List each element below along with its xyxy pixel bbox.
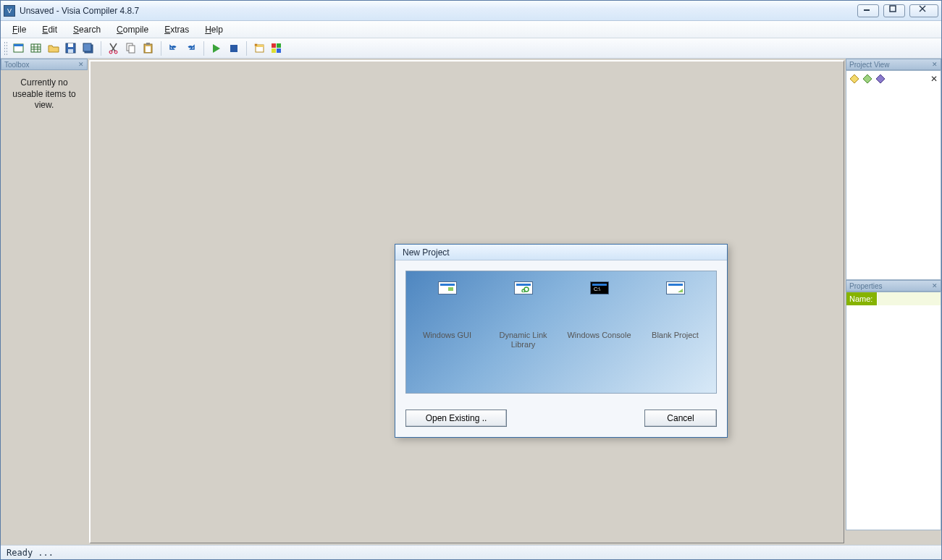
- save-all-button[interactable]: [80, 41, 96, 56]
- client-area: Toolbox ✕ Currently no useable items to …: [1, 59, 941, 545]
- window-title: Unsaved - Visia Compiler 4.8.7: [20, 6, 139, 16]
- menu-edit[interactable]: Edit: [35, 23, 64, 36]
- template-blank[interactable]: Blank Project: [639, 280, 712, 384]
- maximize-icon: [888, 5, 900, 17]
- menu-search-label: earch: [79, 25, 101, 35]
- svg-rect-41: [592, 284, 607, 286]
- menu-search[interactable]: Search: [66, 23, 108, 36]
- pv-item-icon[interactable]: [862, 74, 872, 84]
- play-icon: [211, 43, 222, 54]
- svg-marker-25: [213, 44, 220, 53]
- paste-icon: [143, 43, 154, 54]
- copy-icon: [125, 43, 137, 54]
- svg-rect-26: [230, 45, 237, 52]
- new-window-button[interactable]: ✶: [251, 41, 267, 56]
- projectview-title: Project View: [849, 61, 889, 69]
- svg-rect-5: [14, 44, 23, 46]
- svg-rect-30: [272, 43, 276, 48]
- template-dll[interactable]: Dynamic Link Library: [487, 280, 560, 384]
- run-button[interactable]: [209, 41, 224, 56]
- svg-rect-38: [516, 284, 531, 286]
- new-grid-icon: [30, 43, 42, 54]
- svg-text:C:\: C:\: [594, 287, 600, 292]
- properties-title: Properties: [849, 282, 883, 290]
- close-button[interactable]: [909, 4, 938, 17]
- save-all-icon: [83, 43, 94, 54]
- dialog-body: Windows GUI Dynamic Link Library C:\ Win…: [395, 260, 727, 401]
- cut-button[interactable]: [106, 41, 122, 56]
- minimize-button[interactable]: [857, 4, 879, 17]
- right-column: Project View ✕ ✕ Properties ✕ Name:: [846, 59, 941, 545]
- new-grid-button[interactable]: [28, 41, 44, 56]
- pv-item-icon[interactable]: [875, 74, 886, 84]
- dll-icon: [514, 281, 533, 294]
- new-project-dialog: New Project Windows GUI Dynamic Link Lib…: [395, 244, 728, 438]
- svg-rect-12: [68, 43, 73, 47]
- stop-icon: [228, 43, 240, 54]
- menu-edit-label: dit: [48, 25, 57, 35]
- paste-button[interactable]: [140, 41, 156, 56]
- property-name-value[interactable]: [877, 292, 941, 305]
- svg-text:✶: ✶: [253, 43, 258, 48]
- maximize-button[interactable]: [883, 4, 905, 17]
- properties-body: Name:: [846, 292, 941, 530]
- new-window-icon: ✶: [253, 43, 265, 54]
- cancel-button[interactable]: Cancel: [644, 410, 717, 427]
- copy-button[interactable]: [123, 41, 139, 56]
- palette-button[interactable]: [269, 41, 285, 56]
- save-button[interactable]: [63, 41, 79, 56]
- dialog-buttons: Open Existing .. Cancel: [395, 401, 727, 437]
- template-windows-gui[interactable]: Windows GUI: [411, 280, 484, 384]
- template-label: Windows Console: [567, 331, 631, 340]
- template-console[interactable]: C:\ Windows Console: [563, 280, 636, 384]
- save-icon: [65, 43, 77, 54]
- property-row-name: Name:: [846, 292, 941, 305]
- template-label: Dynamic Link Library: [487, 331, 560, 349]
- projectview-close-icon[interactable]: ✕: [932, 61, 938, 68]
- toolbox-close-icon[interactable]: ✕: [78, 61, 84, 68]
- template-area: Windows GUI Dynamic Link Library C:\ Win…: [405, 271, 717, 394]
- projectview-toolbar: ✕: [849, 74, 938, 84]
- projectview-header: Project View ✕: [846, 59, 941, 70]
- new-form-icon: [13, 43, 25, 54]
- menu-extras-label: xtras: [170, 25, 189, 35]
- toolbox-title: Toolbox: [4, 61, 29, 69]
- menu-help[interactable]: Help: [198, 23, 230, 36]
- redo-button[interactable]: [183, 41, 199, 56]
- properties-header: Properties ✕: [846, 280, 941, 292]
- svg-rect-31: [277, 43, 281, 48]
- pv-item-icon[interactable]: [849, 74, 859, 84]
- menu-compile-label: ompile: [123, 25, 148, 35]
- toolbox-header: Toolbox ✕: [1, 59, 88, 70]
- svg-point-18: [109, 51, 112, 54]
- toolbox-body: Currently no useable items to view.: [1, 70, 88, 119]
- svg-rect-23: [146, 43, 150, 45]
- pv-delete-icon[interactable]: ✕: [930, 74, 938, 84]
- open-existing-button[interactable]: Open Existing ..: [405, 410, 507, 427]
- menubar: File Edit Search Compile Extras Help: [1, 21, 941, 38]
- menu-file-label: ile: [17, 25, 26, 35]
- svg-point-19: [114, 51, 117, 54]
- template-label: Blank Project: [652, 331, 699, 340]
- svg-rect-24: [146, 46, 151, 52]
- main-window: V Unsaved - Visia Compiler 4.8.7 File Ed…: [0, 0, 942, 560]
- app-icon: V: [4, 5, 15, 17]
- menu-file[interactable]: File: [5, 23, 33, 36]
- menu-compile[interactable]: Compile: [109, 23, 156, 36]
- svg-marker-46: [850, 75, 859, 83]
- open-button[interactable]: [46, 41, 62, 56]
- folder-open-icon: [48, 43, 59, 54]
- svg-rect-44: [668, 284, 683, 286]
- svg-rect-32: [272, 48, 276, 53]
- console-icon: C:\: [590, 281, 609, 294]
- properties-close-icon[interactable]: ✕: [932, 282, 938, 289]
- toolbox-panel: Toolbox ✕ Currently no useable items to …: [1, 59, 88, 545]
- new-form-button[interactable]: [11, 41, 27, 56]
- svg-rect-13: [68, 49, 73, 53]
- svg-rect-6: [31, 44, 41, 52]
- stop-button[interactable]: [226, 41, 242, 56]
- svg-rect-36: [448, 287, 453, 291]
- undo-icon: [168, 43, 180, 54]
- menu-extras[interactable]: Extras: [157, 23, 196, 36]
- undo-button[interactable]: [166, 41, 182, 56]
